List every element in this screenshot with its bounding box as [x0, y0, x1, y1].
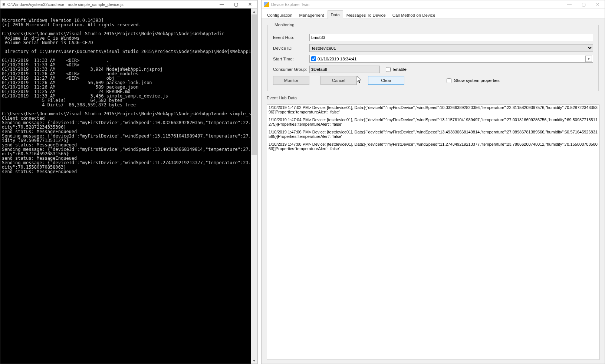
- tab-data[interactable]: Data: [328, 10, 343, 19]
- clear-button[interactable]: Clear: [368, 76, 404, 85]
- tabs: ConfigurationManagementDataMessages To D…: [262, 9, 605, 19]
- start-time-label: Start Time:: [273, 57, 308, 61]
- maximize-button[interactable]: ▢: [576, 0, 591, 9]
- show-system-properties-label: Show system properties: [454, 78, 500, 83]
- cmd-icon: ▣: [3, 2, 5, 7]
- tab-call-method-on-device[interactable]: Call Method on Device: [389, 11, 439, 19]
- scroll-down-icon[interactable]: ▼: [251, 358, 257, 364]
- start-time-picker[interactable]: 01/10/2019 13:34:41 ▾: [309, 55, 593, 63]
- event-hub-data-label: Event Hub Data: [267, 96, 599, 100]
- device-explorer-window: Device Explorer Twin — ▢ ✕ Configuration…: [261, 0, 605, 364]
- tab-configuration[interactable]: Configuration: [264, 11, 296, 19]
- cancel-button[interactable]: Cancel: [320, 76, 357, 85]
- start-time-value: 01/10/2019 13:34:41: [318, 57, 357, 61]
- event-hub-data-entry: 1/10/2019 1:47:06 PM> Device: [testdevic…: [269, 130, 598, 139]
- cmd-body[interactable]: Microsoft Windows [Version 10.0.14393] (…: [0, 9, 257, 364]
- scroll-thumb[interactable]: [251, 14, 257, 155]
- tab-content: Monitoring Event Hub: Device ID: testdev…: [262, 19, 605, 364]
- monitoring-legend: Monitoring: [273, 23, 296, 27]
- maximize-button[interactable]: ▢: [229, 0, 243, 9]
- app-icon: [264, 2, 269, 7]
- minimize-button[interactable]: —: [562, 0, 576, 9]
- cmd-titlebar[interactable]: ▣ C:\Windows\system32\cmd.exe - node sim…: [0, 0, 257, 9]
- event-hub-data-entry: 1/10/2019 1:47:02 PM> Device: [testdevic…: [269, 106, 598, 114]
- tab-management[interactable]: Management: [296, 11, 327, 19]
- cmd-window: ▣ C:\Windows\system32\cmd.exe - node sim…: [0, 0, 257, 364]
- scroll-up-icon[interactable]: ▲: [251, 9, 257, 14]
- event-hub-data-entry: 1/10/2019 1:47:04 PM> Device: [testdevic…: [269, 118, 598, 126]
- enable-label: Enable: [393, 67, 407, 72]
- enable-checkbox[interactable]: [386, 67, 391, 72]
- event-hub-label: Event Hub:: [273, 35, 308, 40]
- cmd-title: C:\Windows\system32\cmd.exe - node simpl…: [7, 2, 215, 7]
- det-titlebar[interactable]: Device Explorer Twin — ▢ ✕: [262, 0, 605, 9]
- device-id-label: Device ID:: [273, 46, 308, 50]
- monitoring-group: Monitoring Event Hub: Device ID: testdev…: [267, 23, 599, 91]
- consumer-group-label: Consumer Group:: [273, 67, 308, 72]
- start-time-checkbox[interactable]: [311, 56, 316, 61]
- event-hub-data-box[interactable]: 1/10/2019 1:47:02 PM> Device: [testdevic…: [267, 105, 599, 360]
- tab-messages-to-device[interactable]: Messages To Device: [343, 11, 389, 19]
- event-hub-data-entry: 1/10/2019 1:47:08 PM> Device: [testdevic…: [269, 142, 598, 151]
- event-hub-input[interactable]: [309, 34, 593, 41]
- gap: [257, 0, 261, 364]
- consumer-group-input[interactable]: [309, 66, 380, 73]
- close-button[interactable]: ✕: [591, 0, 605, 9]
- calendar-dropdown-icon[interactable]: ▾: [585, 56, 592, 62]
- monitor-button[interactable]: Monitor: [273, 76, 309, 85]
- minimize-button[interactable]: —: [215, 0, 229, 9]
- device-id-select[interactable]: testdevice01: [309, 44, 593, 52]
- close-button[interactable]: ✕: [243, 0, 257, 9]
- cmd-text: Microsoft Windows [Version 10.0.14393] (…: [2, 18, 256, 174]
- cmd-scrollbar[interactable]: ▲ ▼: [251, 9, 257, 364]
- det-title: Device Explorer Twin: [271, 2, 562, 7]
- show-system-properties-checkbox[interactable]: [447, 78, 451, 83]
